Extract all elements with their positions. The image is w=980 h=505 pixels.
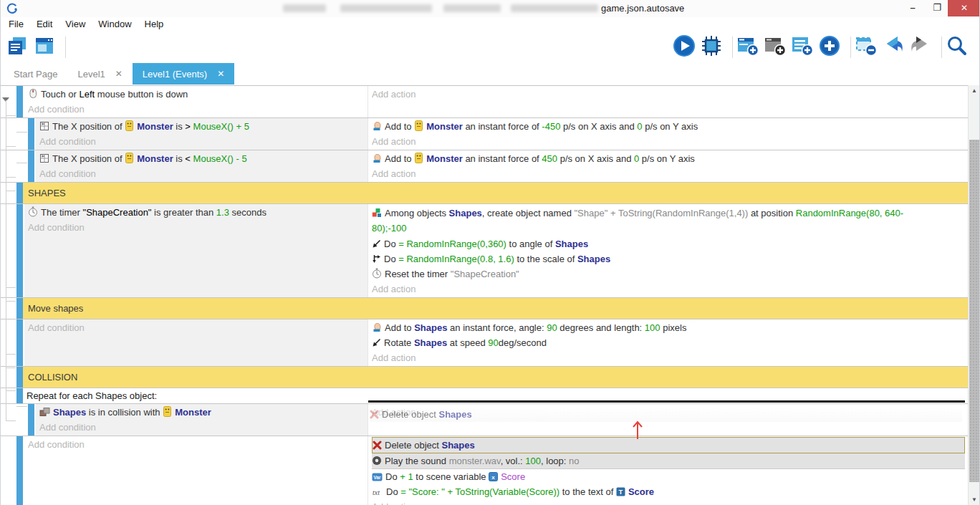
monster-icon [163,406,172,421]
event-selector-bar[interactable] [16,367,23,388]
condition-row[interactable]: Shapes is in collision with Monster [39,405,368,420]
event-selector-bar[interactable] [16,436,23,505]
add-action-placeholder[interactable]: Add action [372,499,969,505]
text-run: Add to [385,322,414,333]
menu-view[interactable]: View [59,17,92,31]
scroll-down-arrow[interactable]: ▼ [969,494,980,505]
placeholder-label: Add condition [39,422,96,433]
delete-event-button[interactable] [855,35,880,59]
event-selector-bar[interactable] [16,388,23,403]
tree-stub [6,367,16,368]
scrollbar-thumb[interactable] [969,140,979,482]
group-banner[interactable]: Move shapes [23,298,969,319]
event-shapes-collision: Shapes is in collision with MonsterAdd c… [1,404,969,436]
condition-row[interactable]: The timer "ShapeCreation" is greater tha… [28,205,368,220]
add-other-event-button[interactable] [819,35,843,59]
close-button[interactable]: ✕ [948,0,980,16]
action-row[interactable]: Add to Monster an instant force of -450 … [372,119,969,134]
action-row[interactable]: Rotate Shapes at speed 90deg/second [372,335,969,350]
play-button[interactable] [673,35,698,59]
scale-icon [372,253,381,268]
add-condition-placeholder[interactable]: Add condition [28,320,368,335]
toolbar [1,31,979,63]
tab-close-icon[interactable]: ✕ [217,69,224,79]
group-banner[interactable]: COLLISION [23,367,969,388]
add-comment-button[interactable] [792,35,816,59]
add-condition-placeholder[interactable]: Add condition [39,134,368,149]
search-button[interactable] [946,35,971,59]
event-selector-bar[interactable] [28,118,34,150]
add-action-placeholder[interactable]: Add action [372,166,969,181]
text-run: The X position of [52,121,125,132]
action-row[interactable]: Do = RandomInRange(0,360) to angle of Sh… [372,236,969,251]
text-run: deg/second [499,337,547,348]
condition-row[interactable]: The X position of Monster is > MouseX() … [39,119,368,134]
condition-row[interactable]: Touch or Left mouse button is down [28,87,368,102]
event-selector-bar[interactable] [28,404,34,436]
group-banner[interactable]: SHAPES [23,183,969,203]
add-condition-placeholder[interactable]: Add condition [28,220,368,235]
redo-button[interactable] [910,35,934,59]
text-run: Delete object [385,440,442,451]
add-action-placeholder[interactable]: Add action [372,87,969,102]
menu-help[interactable]: Help [138,17,170,31]
add-condition-placeholder[interactable]: Add condition [28,437,368,452]
position-icon [39,120,49,135]
add-subevent-button[interactable] [764,35,789,59]
placeholder-label: Add action [372,89,415,100]
event-selector-bar[interactable] [28,150,34,182]
placeholder-label: Add condition [39,168,96,179]
text-run: 80);-100 [372,223,406,234]
add-condition-placeholder[interactable]: Add condition [39,166,368,181]
add-action-placeholder[interactable]: Add action [372,350,969,365]
scene-editor-button[interactable] [34,35,58,59]
tab-level1-events-[interactable]: Level1 (Events)✕ [133,63,234,85]
event-selector-bar[interactable] [16,204,23,297]
tree-stub [6,146,16,147]
menu-edit[interactable]: Edit [30,17,59,31]
title-bar: game.json.autosave – ❐ ✕ [1,0,979,18]
tab-close-icon[interactable]: ✕ [115,69,123,79]
text-run: Score [501,471,525,482]
action-row[interactable]: txtDo = "Score: " + ToString(Variable(Sc… [372,484,969,499]
action-row[interactable]: Add to Shapes an instant force, angle: 9… [372,320,969,335]
undo-button[interactable] [883,35,907,59]
menu-window[interactable]: Window [92,17,138,31]
add-subevent-icon [764,34,787,60]
actions-cell: Add action [368,86,969,117]
add-condition-placeholder[interactable]: Add condition [39,420,368,435]
action-row[interactable]: Among objects Shapes, create object name… [372,205,969,236]
event-selector-bar[interactable] [16,298,23,319]
action-row[interactable]: Add to Monster an instant force of 450 p… [372,151,969,166]
restore-button[interactable]: ❐ [926,0,948,16]
add-action-placeholder[interactable]: Add action [372,134,969,149]
tree-substub [16,132,27,133]
text-run: 1.3 [216,207,229,218]
action-row[interactable]: VarDo + 1 to scene variable xScore [372,469,969,484]
action-row[interactable]: Delete object Shapes [372,437,965,453]
tab-level1[interactable]: Level1✕ [67,63,132,85]
text-run: Add to [385,121,414,132]
tab-start-page[interactable]: Start Page [4,63,67,85]
debugger-button[interactable] [701,35,725,59]
event-selector-bar[interactable] [16,86,23,117]
action-row[interactable]: Play the sound monster.wav, vol.: 100, l… [372,453,965,469]
event-selector-bar[interactable] [16,319,23,366]
actions-cell: Add to Monster an instant force of -450 … [368,118,969,150]
text-run: pixels [660,322,687,333]
action-row[interactable]: Reset the timer "ShapeCreation" [372,266,969,282]
scroll-up-arrow[interactable]: ▲ [969,85,980,96]
add-event-button[interactable] [737,35,762,59]
minimize-button[interactable]: – [902,0,923,16]
event-selector-bar[interactable] [16,183,23,203]
add-condition-placeholder[interactable]: Add condition [28,102,368,117]
event-monster-move-left: The X position of Monster is < MouseX() … [1,150,969,183]
action-row[interactable]: Do = RandomInRange(0.8, 1.6) to the scal… [372,251,969,266]
actions-cell: Among objects Shapes, create object name… [368,204,969,297]
menu-file[interactable]: File [2,17,30,31]
placeholder-label: Add action [372,168,415,179]
mouse-icon [28,88,38,103]
add-action-placeholder[interactable]: Add action [372,282,969,297]
events-list-button[interactable] [6,35,31,59]
condition-row[interactable]: The X position of Monster is < MouseX() … [39,151,368,166]
